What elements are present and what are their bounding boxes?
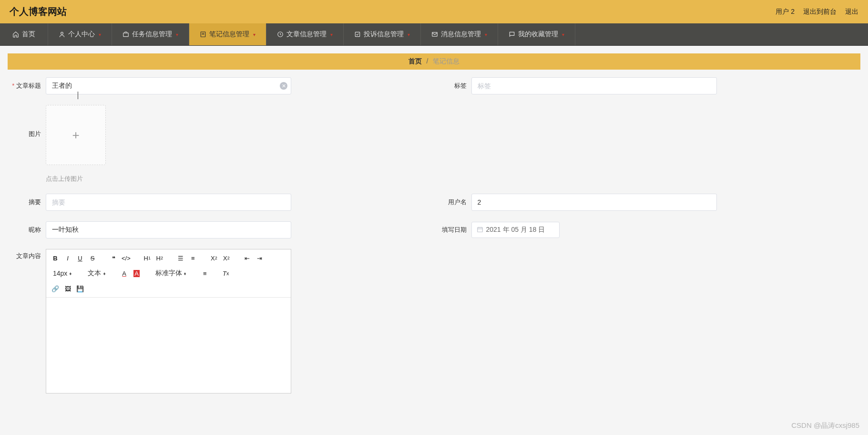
note-icon xyxy=(200,31,206,38)
exit-to-front[interactable]: 退出到前台 xyxy=(803,8,837,16)
date-picker[interactable]: 2021 年 05 月 18 日 xyxy=(471,222,560,238)
user-icon xyxy=(59,31,65,38)
nav-complaint-label: 投诉信息管理 xyxy=(364,30,404,39)
nav-article-label: 文章信息管理 xyxy=(286,30,327,39)
indent-button[interactable]: ⇤ xyxy=(243,253,252,263)
nav-message-label: 消息信息管理 xyxy=(441,30,481,39)
image-label: 图片 xyxy=(9,105,46,138)
header-right: 用户 2 退出到前台 退出 xyxy=(776,8,858,16)
svg-rect-8 xyxy=(477,227,482,231)
align-button[interactable]: ≡ xyxy=(201,269,209,278)
chevron-down-icon: ▾ xyxy=(99,32,101,37)
check-square-icon xyxy=(354,31,361,38)
chevron-down-icon: ▾ xyxy=(176,32,178,37)
font-family-select[interactable]: 标准字体♦ xyxy=(153,269,188,278)
clear-format-button[interactable]: Tx xyxy=(222,269,230,278)
user-label[interactable]: 用户 2 xyxy=(776,8,795,16)
nav-favorite[interactable]: 我的收藏管理 ▾ xyxy=(498,23,575,45)
chat-icon xyxy=(509,31,515,38)
plus-icon: + xyxy=(72,128,79,143)
nickname-label: 昵称 xyxy=(9,226,46,234)
breadcrumb-sep: / xyxy=(427,57,429,65)
nav-note[interactable]: 笔记信息管理 ▾ xyxy=(189,23,266,45)
save-button[interactable]: 💾 xyxy=(76,284,84,293)
chevron-down-icon: ▾ xyxy=(253,32,255,37)
svg-rect-1 xyxy=(123,33,129,37)
form: 文章标题 ✕ 标签 图片 + 点击上传图片 xyxy=(0,77,868,418)
chevron-down-icon: ▾ xyxy=(485,32,487,37)
mail-icon xyxy=(431,31,438,38)
nav-note-label: 笔记信息管理 xyxy=(209,30,249,39)
outdent-button[interactable]: ⇥ xyxy=(255,253,264,263)
nav-message[interactable]: 消息信息管理 ▾ xyxy=(421,23,498,45)
username-input[interactable] xyxy=(471,194,717,211)
title-input[interactable] xyxy=(46,77,291,94)
h2-button[interactable]: H2 xyxy=(155,253,164,263)
h1-button[interactable]: H1 xyxy=(143,253,152,263)
home-icon xyxy=(12,31,19,38)
summary-input[interactable] xyxy=(46,194,291,211)
bold-button[interactable]: B xyxy=(51,253,60,263)
svg-point-0 xyxy=(61,32,63,34)
nav-personal[interactable]: 个人中心 ▾ xyxy=(48,23,112,45)
text-cursor xyxy=(78,92,78,99)
nav-task[interactable]: 任务信息管理 ▾ xyxy=(112,23,189,45)
image-button[interactable]: 🖼 xyxy=(63,284,72,293)
navbar: 首页 个人中心 ▾ 任务信息管理 ▾ 笔记信息管理 ▾ 文章信息管理 ▾ 投诉信… xyxy=(0,23,868,46)
calendar-icon xyxy=(477,226,483,234)
subscript-button[interactable]: X2 xyxy=(210,253,218,263)
underline-button[interactable]: U xyxy=(76,253,84,263)
link-button[interactable]: 🔗 xyxy=(51,284,60,293)
nav-article[interactable]: 文章信息管理 ▾ xyxy=(266,23,344,45)
editor-content[interactable] xyxy=(46,298,291,393)
svg-rect-6 xyxy=(355,32,359,36)
header: 个人博客网站 用户 2 退出到前台 退出 xyxy=(0,0,868,23)
clear-icon[interactable]: ✕ xyxy=(280,82,287,90)
tag-input[interactable] xyxy=(471,77,717,94)
upload-hint: 点击上传图片 xyxy=(46,175,106,183)
briefcase-icon xyxy=(123,31,129,38)
unordered-list-button[interactable]: ≡ xyxy=(189,253,197,263)
bg-color-button[interactable]: A xyxy=(133,269,141,278)
quote-button[interactable]: ❝ xyxy=(109,253,118,263)
nav-favorite-label: 我的收藏管理 xyxy=(518,30,558,39)
breadcrumb-current: 笔记信息 xyxy=(433,57,460,65)
breadcrumb: 首页 / 笔记信息 xyxy=(8,53,860,70)
nickname-input[interactable] xyxy=(46,221,291,238)
tag-label: 标签 xyxy=(434,82,471,90)
font-size-select[interactable]: 14px♦ xyxy=(51,269,73,277)
font-color-button[interactable]: A xyxy=(120,269,129,278)
exit-button[interactable]: 退出 xyxy=(845,8,858,16)
nav-complaint[interactable]: 投诉信息管理 ▾ xyxy=(344,23,421,45)
image-upload[interactable]: + xyxy=(46,105,106,165)
date-label: 填写日期 xyxy=(434,226,471,234)
editor-toolbar: B I U S ❝ </> H1 H2 ☰ ≡ X2 X2 xyxy=(46,249,291,298)
clock-icon xyxy=(277,31,284,38)
username-label: 用户名 xyxy=(434,198,471,207)
strikethrough-button[interactable]: S xyxy=(88,253,97,263)
chevron-down-icon: ▾ xyxy=(408,32,410,37)
chevron-down-icon: ▾ xyxy=(330,32,333,37)
nav-home[interactable]: 首页 xyxy=(0,23,48,45)
title-label: 文章标题 xyxy=(9,82,46,90)
ordered-list-button[interactable]: ☰ xyxy=(176,253,185,263)
site-title: 个人博客网站 xyxy=(10,5,67,18)
date-value: 2021 年 05 月 18 日 xyxy=(486,226,545,234)
summary-label: 摘要 xyxy=(9,198,46,207)
italic-button[interactable]: I xyxy=(63,253,72,263)
breadcrumb-home[interactable]: 首页 xyxy=(408,57,422,65)
nav-task-label: 任务信息管理 xyxy=(132,30,172,39)
superscript-button[interactable]: X2 xyxy=(222,253,231,263)
nav-home-label: 首页 xyxy=(22,30,35,39)
content-label: 文章内容 xyxy=(9,249,46,260)
text-style-select[interactable]: 文本♦ xyxy=(86,269,107,278)
chevron-down-icon: ▾ xyxy=(562,32,564,37)
rich-text-editor: B I U S ❝ </> H1 H2 ☰ ≡ X2 X2 xyxy=(46,249,291,394)
nav-personal-label: 个人中心 xyxy=(68,30,95,39)
code-button[interactable]: </> xyxy=(122,253,131,263)
